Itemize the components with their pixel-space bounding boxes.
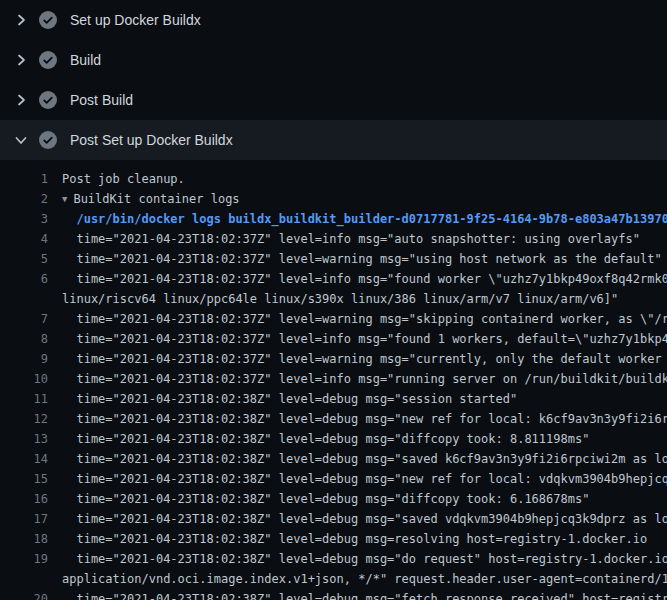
log-line: 8 time="2021-04-23T18:02:37Z" level=info… — [0, 329, 667, 349]
log-line-text: linux/riscv64 linux/ppc64le linux/s390x … — [62, 289, 618, 309]
log-line: 5 time="2021-04-23T18:02:37Z" level=warn… — [0, 249, 667, 269]
log-line-text: time="2021-04-23T18:02:38Z" level=debug … — [62, 469, 667, 489]
log-line: 9 time="2021-04-23T18:02:37Z" level=warn… — [0, 349, 667, 369]
log-line: 18 time="2021-04-23T18:02:38Z" level=deb… — [0, 529, 667, 549]
log-line: 15 time="2021-04-23T18:02:38Z" level=deb… — [0, 469, 667, 489]
log-line-text: time="2021-04-23T18:02:37Z" level=info m… — [62, 269, 667, 289]
log-line-text: time="2021-04-23T18:02:38Z" level=debug … — [62, 409, 667, 429]
log-line: 10 time="2021-04-23T18:02:37Z" level=inf… — [0, 369, 667, 389]
log-line: 12 time="2021-04-23T18:02:38Z" level=deb… — [0, 409, 667, 429]
log-line-number[interactable]: 16 — [0, 489, 48, 509]
check-circle-icon — [39, 131, 57, 149]
log-line-number[interactable]: 9 — [0, 349, 48, 369]
chevron-right-icon — [13, 12, 29, 28]
log-line: 6 time="2021-04-23T18:02:37Z" level=info… — [0, 269, 667, 289]
step-label: Set up Docker Buildx — [70, 12, 201, 28]
log-line-text: Post job cleanup. — [62, 169, 185, 189]
log-line-number[interactable]: 12 — [0, 409, 48, 429]
log-line-text: time="2021-04-23T18:02:38Z" level=debug … — [62, 529, 647, 549]
log-line: application/vnd.oci.image.index.v1+json,… — [0, 569, 667, 589]
chevron-right-icon — [13, 92, 29, 108]
log-line-number[interactable]: 13 — [0, 429, 48, 449]
step-row[interactable]: Post Set up Docker Buildx — [0, 120, 667, 160]
log-line: 14 time="2021-04-23T18:02:38Z" level=deb… — [0, 449, 667, 469]
check-circle-icon — [39, 91, 57, 109]
log-line: 17 time="2021-04-23T18:02:38Z" level=deb… — [0, 509, 667, 529]
log-line-number[interactable]: 4 — [0, 229, 48, 249]
log-line-text: time="2021-04-23T18:02:38Z" level=debug … — [62, 449, 667, 469]
log-line-number[interactable]: 11 — [0, 389, 48, 409]
check-circle-icon — [39, 51, 57, 69]
step-row[interactable]: Post Build — [0, 80, 667, 120]
steps-list: Set up Docker Buildx Build Post Build — [0, 0, 667, 160]
log-line: linux/riscv64 linux/ppc64le linux/s390x … — [0, 289, 667, 309]
log-line-text: time="2021-04-23T18:02:37Z" level=info m… — [62, 369, 667, 389]
log-line-number[interactable]: 14 — [0, 449, 48, 469]
log-line-number[interactable]: 6 — [0, 269, 48, 289]
log-group-toggle[interactable]: 2 ▼BuildKit container logs — [0, 189, 667, 209]
log-line-number[interactable] — [0, 569, 48, 589]
log-line-number[interactable]: 7 — [0, 309, 48, 329]
log-line-number[interactable]: 8 — [0, 329, 48, 349]
log-line: 20 time="2021-04-23T18:02:38Z" level=deb… — [0, 589, 667, 600]
group-collapse-triangle-icon: ▼ — [62, 194, 67, 204]
log-line-number[interactable] — [0, 289, 48, 309]
log-line-text: time="2021-04-23T18:02:37Z" level=warnin… — [62, 309, 667, 329]
log-line: 19 time="2021-04-23T18:02:38Z" level=deb… — [0, 549, 667, 569]
log-line-number[interactable]: 17 — [0, 509, 48, 529]
log-line-number[interactable]: 15 — [0, 469, 48, 489]
log-line: 3 /usr/bin/docker logs buildx_buildkit_b… — [0, 209, 667, 229]
log-line: 11 time="2021-04-23T18:02:38Z" level=deb… — [0, 389, 667, 409]
log-pane[interactable]: 1 Post job cleanup. 2 ▼BuildKit containe… — [0, 160, 667, 600]
log-line-text: time="2021-04-23T18:02:37Z" level=warnin… — [62, 249, 662, 269]
log-line-number[interactable]: 3 — [0, 209, 48, 229]
log-line-text: ▼BuildKit container logs — [62, 189, 240, 209]
chevron-right-icon — [13, 52, 29, 68]
log-line-number[interactable]: 19 — [0, 549, 48, 569]
log-line-text: time="2021-04-23T18:02:38Z" level=debug … — [62, 549, 667, 569]
log-line-text: time="2021-04-23T18:02:38Z" level=debug … — [62, 389, 517, 409]
check-circle-icon — [39, 11, 57, 29]
log-line-number[interactable]: 5 — [0, 249, 48, 269]
log-line-number[interactable]: 20 — [0, 589, 48, 600]
log-line: 16 time="2021-04-23T18:02:38Z" level=deb… — [0, 489, 667, 509]
step-label: Build — [70, 52, 101, 68]
log-line: 13 time="2021-04-23T18:02:38Z" level=deb… — [0, 429, 667, 449]
step-row[interactable]: Set up Docker Buildx — [0, 0, 667, 40]
log-line-text: time="2021-04-23T18:02:38Z" level=debug … — [62, 429, 589, 449]
log-line-text: time="2021-04-23T18:02:37Z" level=warnin… — [62, 349, 667, 369]
step-row[interactable]: Build — [0, 40, 667, 80]
log-line-text: application/vnd.oci.image.index.v1+json,… — [62, 569, 667, 589]
actions-log-viewer: Set up Docker Buildx Build Post Build — [0, 0, 667, 600]
log-line: 7 time="2021-04-23T18:02:37Z" level=warn… — [0, 309, 667, 329]
step-label: Post Build — [70, 92, 133, 108]
log-line-number[interactable]: 18 — [0, 529, 48, 549]
log-line: 4 time="2021-04-23T18:02:37Z" level=info… — [0, 229, 667, 249]
log-line-text: /usr/bin/docker logs buildx_buildkit_bui… — [62, 209, 667, 229]
log-line-number[interactable]: 10 — [0, 369, 48, 389]
log-line-number[interactable]: 1 — [0, 169, 48, 189]
log-line-text: time="2021-04-23T18:02:37Z" level=info m… — [62, 329, 667, 349]
log-line-number[interactable]: 2 — [0, 189, 48, 209]
log-line-text: time="2021-04-23T18:02:38Z" level=debug … — [62, 589, 667, 600]
step-label: Post Set up Docker Buildx — [70, 132, 233, 148]
log-line-text: time="2021-04-23T18:02:38Z" level=debug … — [62, 509, 667, 529]
chevron-down-icon — [13, 132, 29, 148]
log-line: 1 Post job cleanup. — [0, 169, 667, 189]
log-line-text: time="2021-04-23T18:02:37Z" level=info m… — [62, 229, 640, 249]
log-line-text: time="2021-04-23T18:02:38Z" level=debug … — [62, 489, 589, 509]
